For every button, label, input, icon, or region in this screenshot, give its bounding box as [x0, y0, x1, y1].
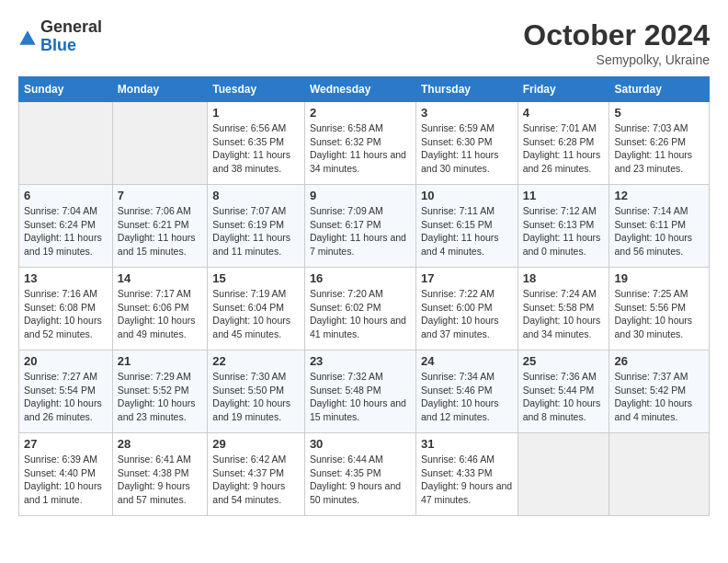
- calendar-table: SundayMondayTuesdayWednesdayThursdayFrid…: [18, 76, 710, 516]
- day-info: Sunrise: 7:22 AM Sunset: 6:00 PM Dayligh…: [421, 287, 513, 341]
- day-number: 9: [310, 189, 411, 202]
- calendar-cell: [609, 433, 710, 516]
- day-info: Sunrise: 7:12 AM Sunset: 6:13 PM Dayligh…: [523, 204, 605, 259]
- day-number: 19: [614, 271, 704, 285]
- day-number: 20: [24, 354, 108, 368]
- month-title: October 2024: [523, 18, 710, 52]
- day-number: 27: [24, 437, 108, 451]
- day-number: 13: [24, 271, 108, 285]
- calendar-cell: 20Sunrise: 7:27 AM Sunset: 5:54 PM Dayli…: [19, 350, 113, 433]
- calendar-cell: 31Sunrise: 6:46 AM Sunset: 4:33 PM Dayli…: [415, 433, 518, 516]
- day-info: Sunrise: 6:39 AM Sunset: 4:40 PM Dayligh…: [24, 453, 108, 507]
- day-info: Sunrise: 7:30 AM Sunset: 5:50 PM Dayligh…: [212, 370, 300, 424]
- logo-icon: [18, 29, 37, 48]
- calendar-cell: 22Sunrise: 7:30 AM Sunset: 5:50 PM Dayli…: [208, 350, 305, 433]
- day-number: 12: [614, 189, 704, 202]
- day-info: Sunrise: 7:24 AM Sunset: 5:58 PM Dayligh…: [523, 287, 605, 341]
- day-info: Sunrise: 7:37 AM Sunset: 5:42 PM Dayligh…: [614, 370, 704, 424]
- logo-text: General Blue: [40, 18, 102, 55]
- header-monday: Monday: [112, 77, 208, 102]
- calendar-cell: 3Sunrise: 6:59 AM Sunset: 6:30 PM Daylig…: [415, 102, 518, 185]
- day-number: 28: [118, 437, 203, 451]
- calendar-cell: 29Sunrise: 6:42 AM Sunset: 4:37 PM Dayli…: [208, 433, 305, 516]
- calendar-cell: 18Sunrise: 7:24 AM Sunset: 5:58 PM Dayli…: [518, 268, 609, 350]
- calendar-cell: 2Sunrise: 6:58 AM Sunset: 6:32 PM Daylig…: [304, 102, 415, 185]
- calendar-cell: 16Sunrise: 7:20 AM Sunset: 6:02 PM Dayli…: [304, 268, 415, 350]
- title-block: October 2024 Semypolky, Ukraine: [523, 18, 710, 67]
- day-number: 17: [421, 271, 513, 285]
- day-info: Sunrise: 7:34 AM Sunset: 5:46 PM Dayligh…: [421, 370, 513, 424]
- calendar-cell: 14Sunrise: 7:17 AM Sunset: 6:06 PM Dayli…: [112, 268, 208, 350]
- calendar-cell: [518, 433, 609, 516]
- calendar-cell: 15Sunrise: 7:19 AM Sunset: 6:04 PM Dayli…: [208, 268, 305, 350]
- day-info: Sunrise: 7:07 AM Sunset: 6:19 PM Dayligh…: [212, 204, 300, 259]
- day-number: 25: [523, 354, 605, 368]
- day-info: Sunrise: 7:06 AM Sunset: 6:21 PM Dayligh…: [118, 204, 203, 259]
- day-info: Sunrise: 7:25 AM Sunset: 5:56 PM Dayligh…: [614, 287, 704, 341]
- header-tuesday: Tuesday: [208, 77, 305, 102]
- day-number: 5: [614, 106, 704, 120]
- calendar-cell: 1Sunrise: 6:56 AM Sunset: 6:35 PM Daylig…: [208, 102, 305, 185]
- day-info: Sunrise: 6:58 AM Sunset: 6:32 PM Dayligh…: [310, 121, 411, 176]
- week-row-3: 13Sunrise: 7:16 AM Sunset: 6:08 PM Dayli…: [19, 268, 710, 350]
- calendar-cell: 11Sunrise: 7:12 AM Sunset: 6:13 PM Dayli…: [518, 185, 609, 268]
- calendar-cell: 8Sunrise: 7:07 AM Sunset: 6:19 PM Daylig…: [208, 185, 305, 268]
- day-info: Sunrise: 7:09 AM Sunset: 6:17 PM Dayligh…: [310, 204, 411, 259]
- header-sunday: Sunday: [19, 77, 113, 102]
- header-wednesday: Wednesday: [304, 77, 415, 102]
- week-row-4: 20Sunrise: 7:27 AM Sunset: 5:54 PM Dayli…: [19, 350, 710, 433]
- day-number: 26: [614, 354, 704, 368]
- calendar-cell: 30Sunrise: 6:44 AM Sunset: 4:35 PM Dayli…: [304, 433, 415, 516]
- week-row-1: 1Sunrise: 6:56 AM Sunset: 6:35 PM Daylig…: [19, 102, 710, 185]
- day-info: Sunrise: 6:46 AM Sunset: 4:33 PM Dayligh…: [421, 453, 513, 507]
- day-info: Sunrise: 6:59 AM Sunset: 6:30 PM Dayligh…: [421, 121, 513, 176]
- day-number: 23: [310, 354, 411, 368]
- day-info: Sunrise: 7:20 AM Sunset: 6:02 PM Dayligh…: [310, 287, 411, 341]
- location-subtitle: Semypolky, Ukraine: [523, 52, 710, 67]
- calendar-header: SundayMondayTuesdayWednesdayThursdayFrid…: [19, 77, 710, 102]
- day-number: 18: [523, 271, 605, 285]
- day-info: Sunrise: 6:44 AM Sunset: 4:35 PM Dayligh…: [310, 453, 411, 507]
- logo-blue: Blue: [40, 37, 102, 55]
- day-info: Sunrise: 7:16 AM Sunset: 6:08 PM Dayligh…: [24, 287, 108, 341]
- day-number: 15: [212, 271, 300, 285]
- day-number: 2: [310, 106, 411, 120]
- day-info: Sunrise: 6:42 AM Sunset: 4:37 PM Dayligh…: [212, 453, 300, 507]
- day-number: 21: [118, 354, 203, 368]
- day-number: 3: [421, 106, 513, 120]
- calendar-cell: 4Sunrise: 7:01 AM Sunset: 6:28 PM Daylig…: [518, 102, 609, 185]
- day-number: 24: [421, 354, 513, 368]
- calendar-cell: 7Sunrise: 7:06 AM Sunset: 6:21 PM Daylig…: [112, 185, 208, 268]
- logo: General Blue: [18, 18, 102, 55]
- header-thursday: Thursday: [415, 77, 518, 102]
- calendar-cell: 13Sunrise: 7:16 AM Sunset: 6:08 PM Dayli…: [19, 268, 113, 350]
- day-info: Sunrise: 7:36 AM Sunset: 5:44 PM Dayligh…: [523, 370, 605, 424]
- day-number: 4: [523, 106, 605, 120]
- day-info: Sunrise: 7:17 AM Sunset: 6:06 PM Dayligh…: [118, 287, 203, 341]
- calendar-cell: 12Sunrise: 7:14 AM Sunset: 6:11 PM Dayli…: [609, 185, 710, 268]
- day-number: 6: [24, 189, 108, 202]
- calendar-cell: 27Sunrise: 6:39 AM Sunset: 4:40 PM Dayli…: [19, 433, 113, 516]
- svg-marker-0: [19, 30, 35, 44]
- day-number: 31: [421, 437, 513, 451]
- calendar-cell: 25Sunrise: 7:36 AM Sunset: 5:44 PM Dayli…: [518, 350, 609, 433]
- day-number: 10: [421, 189, 513, 202]
- day-number: 8: [212, 189, 300, 202]
- day-info: Sunrise: 6:41 AM Sunset: 4:38 PM Dayligh…: [118, 453, 203, 507]
- calendar-cell: 9Sunrise: 7:09 AM Sunset: 6:17 PM Daylig…: [304, 185, 415, 268]
- logo-general: General: [40, 18, 102, 37]
- day-number: 22: [212, 354, 300, 368]
- calendar-cell: 24Sunrise: 7:34 AM Sunset: 5:46 PM Dayli…: [415, 350, 518, 433]
- header-friday: Friday: [518, 77, 609, 102]
- day-number: 11: [523, 189, 605, 202]
- calendar-cell: 23Sunrise: 7:32 AM Sunset: 5:48 PM Dayli…: [304, 350, 415, 433]
- day-info: Sunrise: 7:01 AM Sunset: 6:28 PM Dayligh…: [523, 121, 605, 176]
- day-number: 14: [118, 271, 203, 285]
- day-info: Sunrise: 7:14 AM Sunset: 6:11 PM Dayligh…: [614, 204, 704, 259]
- header-row: SundayMondayTuesdayWednesdayThursdayFrid…: [19, 77, 710, 102]
- calendar-cell: 10Sunrise: 7:11 AM Sunset: 6:15 PM Dayli…: [415, 185, 518, 268]
- week-row-2: 6Sunrise: 7:04 AM Sunset: 6:24 PM Daylig…: [19, 185, 710, 268]
- day-info: Sunrise: 7:19 AM Sunset: 6:04 PM Dayligh…: [212, 287, 300, 341]
- day-number: 29: [212, 437, 300, 451]
- calendar-cell: 5Sunrise: 7:03 AM Sunset: 6:26 PM Daylig…: [609, 102, 710, 185]
